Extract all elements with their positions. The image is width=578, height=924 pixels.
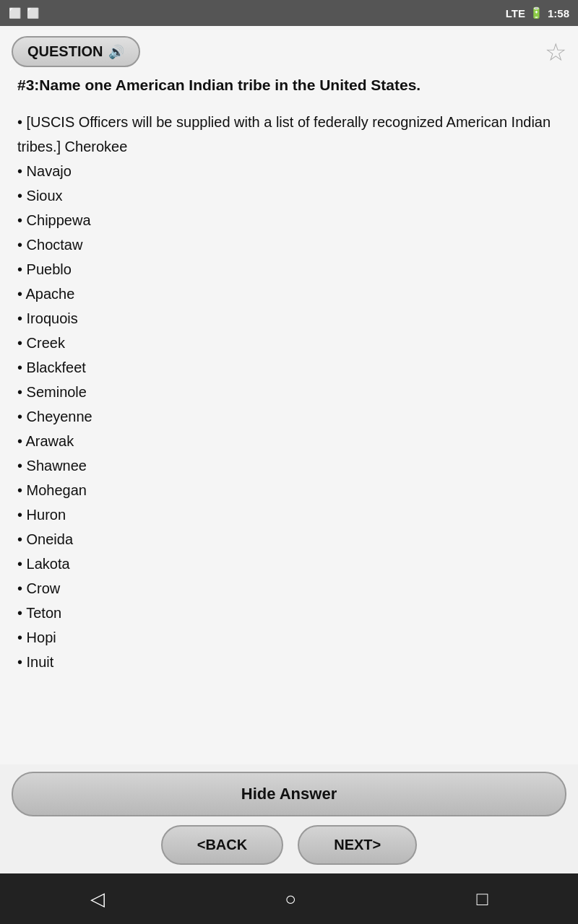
time-display: 1:58 [548,7,569,19]
status-left-icons: ⬜ ⬜ [9,7,39,19]
battery-icon: 🔋 [530,6,543,19]
back-button[interactable]: <BACK [161,825,283,865]
tribes-list: • Navajo• Sioux• Chippewa• Choctaw• Pueb… [17,159,561,674]
tribe-item: • Hopi [17,625,561,650]
tribe-item: • Sioux [17,183,561,208]
status-right: LTE 🔋 1:58 [506,6,569,19]
tribe-item: • Blackfeet [17,355,561,380]
bottom-controls: Hide Answer <BACK NEXT> [0,764,578,873]
question-text: #3:Name one American Indian tribe in the… [17,74,561,95]
tribe-item: • Choctaw [17,232,561,257]
tribe-item: • Arawak [17,429,561,453]
question-button[interactable]: QUESTION 🔊 [12,36,140,67]
tribe-item: • Huron [17,502,561,527]
tribe-item: • Apache [17,282,561,306]
tribe-item: • Shawnee [17,453,561,478]
question-button-label: QUESTION [27,43,103,60]
answer-text: • [USCIS Officers will be supplied with … [17,110,561,674]
tribe-item: • Cheyenne [17,404,561,429]
app-icon-1: ⬜ [9,7,21,19]
home-nav-icon[interactable]: ○ [285,888,296,910]
favorite-star-button[interactable]: ☆ [545,40,566,64]
back-nav-icon[interactable]: ◁ [90,888,105,910]
tribe-item: • Chippewa [17,208,561,232]
answer-intro: • [USCIS Officers will be supplied with … [17,114,551,154]
tribe-item: • Iroquois [17,306,561,331]
status-bar: ⬜ ⬜ LTE 🔋 1:58 [0,0,578,26]
app-icon-2: ⬜ [27,7,39,19]
tribe-item: • Crow [17,576,561,601]
tribe-item: • Oneida [17,527,561,552]
content-scroll[interactable]: #3:Name one American Indian tribe in the… [0,74,578,764]
main-area: QUESTION 🔊 ☆ #3:Name one American Indian… [0,26,578,873]
tribe-item: • Navajo [17,159,561,183]
tribe-item: • Seminole [17,380,561,404]
tribe-item: • Lakota [17,552,561,576]
tribe-item: • Inuit [17,650,561,674]
star-icon: ☆ [545,38,566,66]
hide-answer-button[interactable]: Hide Answer [12,772,566,816]
header-row: QUESTION 🔊 ☆ [0,26,578,74]
next-button[interactable]: NEXT> [298,825,417,865]
recents-nav-icon[interactable]: □ [477,888,488,910]
tribe-item: • Creek [17,331,561,355]
nav-buttons: <BACK NEXT> [12,825,566,865]
bottom-nav-bar: ◁ ○ □ [0,873,578,924]
tribe-item: • Mohegan [17,478,561,502]
speaker-icon: 🔊 [108,44,124,60]
lte-label: LTE [506,7,525,19]
tribe-item: • Pueblo [17,257,561,282]
tribe-item: • Teton [17,601,561,625]
